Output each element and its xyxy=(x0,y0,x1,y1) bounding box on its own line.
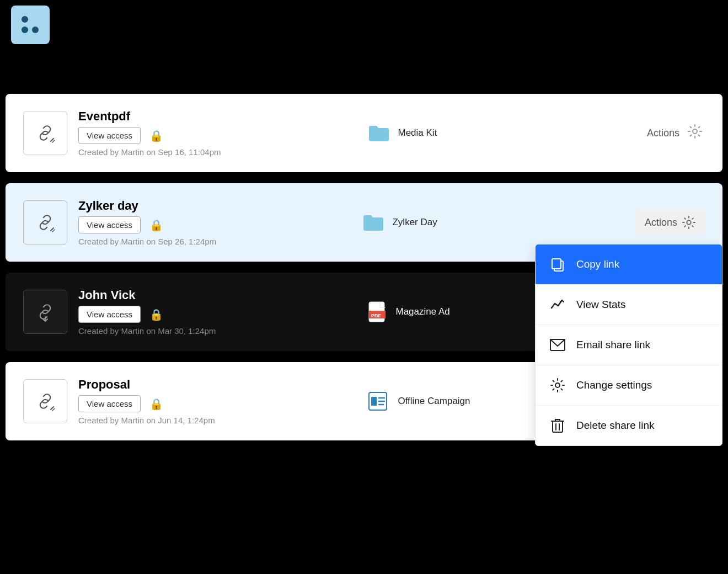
gear-button[interactable] xyxy=(685,121,705,145)
actions-section: Actions xyxy=(636,210,705,235)
trash-icon xyxy=(549,417,566,434)
svg-text:PDF: PDF xyxy=(371,313,382,318)
email-share-label: Email share link xyxy=(576,339,650,351)
svg-point-1 xyxy=(687,220,690,224)
lock-icon: 🔒 xyxy=(149,129,163,142)
dropdown-item-copy-link[interactable]: Copy link xyxy=(536,245,722,285)
dropdown-item-email-share[interactable]: Email share link xyxy=(536,325,722,365)
item-subtitle: Created by Martin on Sep 26, 1:24pm xyxy=(78,237,340,246)
delete-link-label: Delete share link xyxy=(576,419,655,432)
settings-icon xyxy=(549,376,566,394)
view-access-button[interactable]: View access xyxy=(78,127,141,144)
item-info: Zylker day View access 🔒 Created by Mart… xyxy=(78,199,340,246)
actions-section: Actions xyxy=(647,121,705,145)
app-icon xyxy=(11,6,50,44)
dropdown-item-delete-link[interactable]: Delete share link xyxy=(536,406,722,445)
svg-rect-6 xyxy=(553,421,563,432)
item-title: John Vick xyxy=(78,288,346,302)
actions-dropdown: Copy link View Stats xyxy=(535,244,722,446)
item-subtitle: Created by Martin on Jun 14, 1:24pm xyxy=(78,416,346,425)
lock-icon: 🔒 xyxy=(149,397,163,411)
actions-label: Actions xyxy=(647,127,679,139)
folder-icon xyxy=(362,214,384,231)
link-icon xyxy=(34,211,57,234)
stats-icon xyxy=(549,296,566,313)
change-settings-label: Change settings xyxy=(576,379,652,391)
item-title: Eventpdf xyxy=(78,109,346,124)
folder-name: Offline Campaign xyxy=(398,396,470,407)
svg-point-0 xyxy=(693,129,697,134)
dot3 xyxy=(22,26,28,33)
dropdown-item-change-settings[interactable]: Change settings xyxy=(536,365,722,406)
svg-rect-3 xyxy=(552,259,561,269)
pdf-icon: PDF xyxy=(368,301,388,323)
view-access-button[interactable]: View access xyxy=(78,306,141,323)
list-item: Eventpdf View access 🔒 Created by Martin… xyxy=(6,94,722,172)
middle-section: Media Kit xyxy=(368,124,635,142)
item-info: Proposal View access 🔒 Created by Martin… xyxy=(78,378,346,425)
copy-link-label: Copy link xyxy=(576,258,619,270)
copy-icon xyxy=(549,256,566,273)
campaign-icon xyxy=(368,391,390,411)
dot1 xyxy=(22,16,28,23)
view-access-button[interactable]: View access xyxy=(78,216,141,233)
view-access-button[interactable]: View access xyxy=(78,395,141,412)
gear-icon xyxy=(687,124,703,139)
lock-icon: 🔒 xyxy=(149,308,163,321)
middle-section: Zylker Day xyxy=(362,214,624,231)
link-icon xyxy=(34,121,57,145)
view-stats-label: View Stats xyxy=(576,299,625,311)
actions-label: Actions xyxy=(645,217,677,228)
link-icon-box xyxy=(23,200,67,245)
link-icon-box xyxy=(23,111,67,155)
actions-box[interactable]: Actions xyxy=(636,210,705,235)
link-icon xyxy=(34,390,57,413)
link-icon-box xyxy=(23,290,67,334)
folder-name: Magazine Ad xyxy=(395,306,449,317)
email-icon xyxy=(549,336,566,354)
dropdown-item-view-stats[interactable]: View Stats xyxy=(536,285,722,325)
item-title: Zylker day xyxy=(78,199,340,213)
dot4 xyxy=(32,26,39,33)
folder-icon xyxy=(368,124,390,142)
item-info: John Vick View access 🔒 Created by Marti… xyxy=(78,288,346,336)
dot2 xyxy=(32,16,39,23)
folder-name: Media Kit xyxy=(398,127,437,139)
item-subtitle: Created by Martin on Sep 16, 11:04pm xyxy=(78,147,346,157)
item-title: Proposal xyxy=(78,378,346,392)
item-subtitle: Created by Martin on Mar 30, 1:24pm xyxy=(78,326,346,336)
link-icon xyxy=(34,300,57,323)
lock-icon: 🔒 xyxy=(149,219,163,232)
share-links-list: Eventpdf View access 🔒 Created by Martin… xyxy=(6,94,722,451)
svg-rect-14 xyxy=(371,397,377,406)
list-item-active: Zylker day View access 🔒 Created by Mart… xyxy=(6,183,722,262)
link-icon-box xyxy=(23,379,67,423)
svg-point-5 xyxy=(555,383,560,387)
gear-icon xyxy=(682,215,696,230)
item-info: Eventpdf View access 🔒 Created by Martin… xyxy=(78,109,346,157)
folder-name: Zylker Day xyxy=(392,217,437,228)
